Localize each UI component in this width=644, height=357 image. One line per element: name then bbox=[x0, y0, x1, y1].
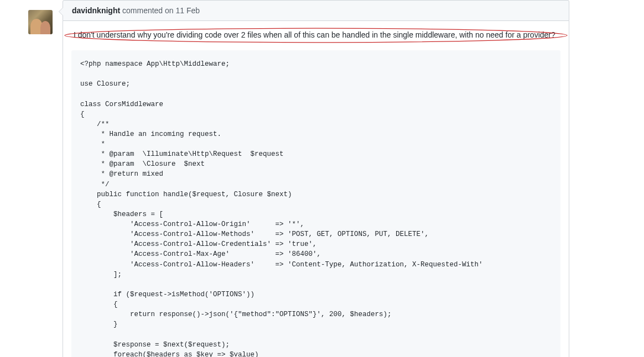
annotation-circle: I don't understand why you're dividing c… bbox=[68, 29, 564, 41]
comment-body: I don't understand why you're dividing c… bbox=[63, 21, 569, 357]
comment-action: commented bbox=[122, 6, 165, 15]
page-container: davidnknight commented on 11 Feb I don't… bbox=[0, 0, 644, 357]
code-block: <?php namespace App\Http\Middleware; use… bbox=[71, 50, 560, 357]
timeline-comment: davidnknight commented on 11 Feb I don't… bbox=[63, 0, 569, 357]
comment-timestamp-link[interactable]: on 11 Feb bbox=[165, 6, 200, 15]
avatar[interactable] bbox=[28, 10, 53, 34]
comment-body-text: I don't understand why you're dividing c… bbox=[74, 30, 555, 39]
comment-header: davidnknight commented on 11 Feb bbox=[63, 0, 569, 21]
avatar-figure bbox=[40, 21, 50, 34]
comment-author-link[interactable]: davidnknight bbox=[72, 6, 120, 15]
